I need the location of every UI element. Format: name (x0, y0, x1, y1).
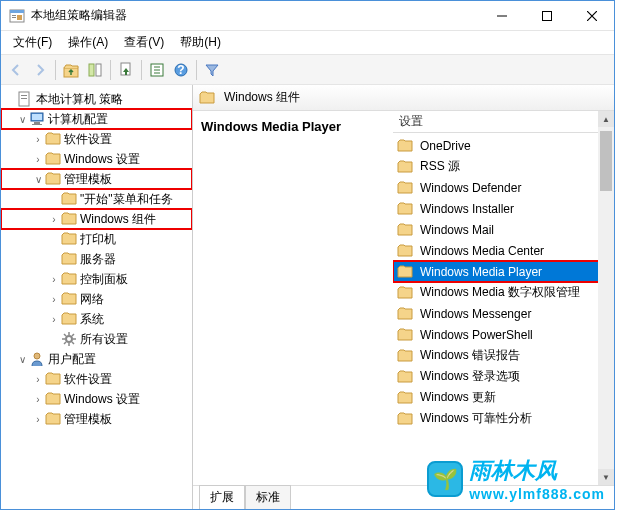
maximize-button[interactable] (524, 1, 569, 30)
tree-windows-settings[interactable]: ›Windows 设置 (1, 149, 192, 169)
tree-servers[interactable]: ›服务器 (1, 249, 192, 269)
svg-rect-4 (17, 15, 22, 20)
titlebar: 本地组策略编辑器 (1, 1, 614, 31)
tree-label: 网络 (80, 291, 104, 308)
folder-icon (397, 264, 413, 280)
tree-u-software-settings[interactable]: ›软件设置 (1, 369, 192, 389)
list-item[interactable]: Windows Messenger (393, 303, 614, 324)
list-item[interactable]: Windows Installer (393, 198, 614, 219)
close-button[interactable] (569, 1, 614, 30)
tree-label: Windows 设置 (64, 391, 140, 408)
list-item[interactable]: Windows 更新 (393, 387, 614, 408)
tree-label: 计算机配置 (48, 111, 108, 128)
window-title: 本地组策略编辑器 (31, 7, 479, 24)
tree-windows-components[interactable]: ›Windows 组件 (1, 209, 192, 229)
folder-icon (397, 348, 413, 364)
svg-point-20 (66, 336, 72, 342)
minimize-button[interactable] (479, 1, 524, 30)
svg-rect-7 (89, 64, 94, 76)
tree-u-windows-settings[interactable]: ›Windows 设置 (1, 389, 192, 409)
folder-icon (397, 222, 413, 238)
column-header-settings[interactable]: 设置 (393, 111, 614, 133)
list-item-label: Windows Mail (420, 223, 494, 237)
tree-label: 打印机 (80, 231, 116, 248)
tree-all-settings[interactable]: ›所有设置 (1, 329, 192, 349)
tree-pane[interactable]: ▶本地计算机 策略 ∨计算机配置 ›软件设置 ›Windows 设置 ∨管理模板… (1, 85, 193, 509)
menu-view[interactable]: 查看(V) (116, 31, 172, 54)
list-item[interactable]: Windows 可靠性分析 (393, 408, 614, 429)
list-item[interactable]: Windows 登录选项 (393, 366, 614, 387)
list-item-label: Windows Defender (420, 181, 521, 195)
svg-rect-3 (12, 17, 16, 18)
back-button[interactable] (5, 59, 27, 81)
tree-label: 软件设置 (64, 371, 112, 388)
folder-icon (45, 371, 61, 387)
scrollbar-vertical[interactable]: ▲ ▼ (598, 111, 614, 485)
tree-label: 管理模板 (64, 411, 112, 428)
refresh-button[interactable] (146, 59, 168, 81)
list-item-label: Windows 可靠性分析 (420, 410, 532, 427)
list-item-label: Windows PowerShell (420, 328, 533, 342)
list-item[interactable]: Windows Defender (393, 177, 614, 198)
tab-standard[interactable]: 标准 (245, 485, 291, 509)
tree-printers[interactable]: ›打印机 (1, 229, 192, 249)
list-item[interactable]: RSS 源 (393, 156, 614, 177)
detail-pane: Windows Media Player (193, 111, 393, 485)
svg-rect-18 (34, 122, 40, 124)
list-item[interactable]: Windows Media Player (393, 261, 614, 282)
menu-help[interactable]: 帮助(H) (172, 31, 229, 54)
toolbar-separator (55, 60, 56, 80)
folder-icon (61, 231, 77, 247)
folder-icon (397, 285, 413, 301)
folder-icon (61, 311, 77, 327)
folder-icon (397, 369, 413, 385)
svg-rect-19 (32, 124, 42, 125)
tree-user-config[interactable]: ∨用户配置 (1, 349, 192, 369)
menu-file[interactable]: 文件(F) (5, 31, 60, 54)
tree-label: 软件设置 (64, 131, 112, 148)
list-item[interactable]: Windows 错误报告 (393, 345, 614, 366)
folder-icon (45, 131, 61, 147)
folder-icon (397, 306, 413, 322)
toolbar: ? (1, 55, 614, 85)
list-item[interactable]: Windows Media Center (393, 240, 614, 261)
show-hide-button[interactable] (84, 59, 106, 81)
menubar: 文件(F) 操作(A) 查看(V) 帮助(H) (1, 31, 614, 55)
list-header-text: Windows 组件 (224, 89, 300, 106)
folder-icon (45, 151, 61, 167)
tree-network[interactable]: ›网络 (1, 289, 192, 309)
folder-icon (397, 327, 413, 343)
export-button[interactable] (115, 59, 137, 81)
help-button[interactable]: ? (170, 59, 192, 81)
list-item[interactable]: Windows Mail (393, 219, 614, 240)
tree-control-panel[interactable]: ›控制面板 (1, 269, 192, 289)
svg-point-21 (34, 353, 40, 359)
scroll-thumb[interactable] (600, 131, 612, 191)
list-item[interactable]: OneDrive (393, 135, 614, 156)
svg-rect-8 (96, 64, 101, 76)
list-item-label: Windows Media 数字权限管理 (420, 284, 580, 301)
scroll-up-button[interactable]: ▲ (598, 111, 614, 127)
filter-button[interactable] (201, 59, 223, 81)
list-view[interactable]: 设置 OneDriveRSS 源Windows DefenderWindows … (393, 111, 614, 485)
list-item[interactable]: Windows Media 数字权限管理 (393, 282, 614, 303)
detail-title: Windows Media Player (201, 119, 385, 134)
tab-extended[interactable]: 扩展 (199, 485, 245, 509)
toolbar-separator (110, 60, 111, 80)
tree-admin-templates[interactable]: ∨管理模板 (1, 169, 192, 189)
folder-icon (397, 180, 413, 196)
forward-button[interactable] (29, 59, 51, 81)
tree-computer-config[interactable]: ∨计算机配置 (1, 109, 192, 129)
up-button[interactable] (60, 59, 82, 81)
tree-start-menu[interactable]: ›"开始"菜单和任务 (1, 189, 192, 209)
folder-icon (397, 138, 413, 154)
tree-software-settings[interactable]: ›软件设置 (1, 129, 192, 149)
tree-u-admin-templates[interactable]: ›管理模板 (1, 409, 192, 429)
menu-action[interactable]: 操作(A) (60, 31, 116, 54)
tree-label: 用户配置 (48, 351, 96, 368)
list-item[interactable]: Windows PowerShell (393, 324, 614, 345)
tree-system[interactable]: ›系统 (1, 309, 192, 329)
list-item-label: Windows Media Player (420, 265, 542, 279)
scroll-down-button[interactable]: ▼ (598, 469, 614, 485)
tree-root[interactable]: ▶本地计算机 策略 (1, 89, 192, 109)
